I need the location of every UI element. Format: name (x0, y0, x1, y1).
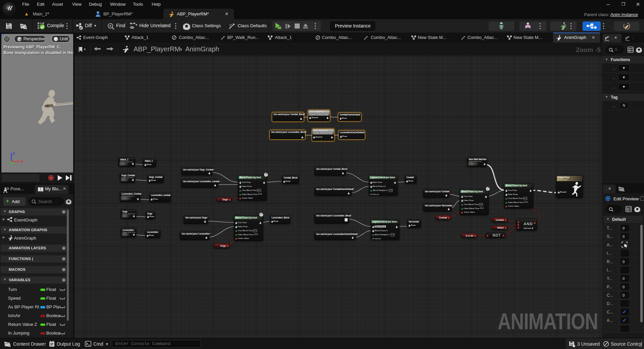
svg-text:✱: ✱ (594, 26, 597, 29)
svg-text:X: X (21, 159, 23, 163)
svg-text:Y: Y (11, 162, 13, 165)
svg-text:✱: ✱ (573, 344, 576, 347)
svg-text:Z: Z (13, 151, 15, 155)
